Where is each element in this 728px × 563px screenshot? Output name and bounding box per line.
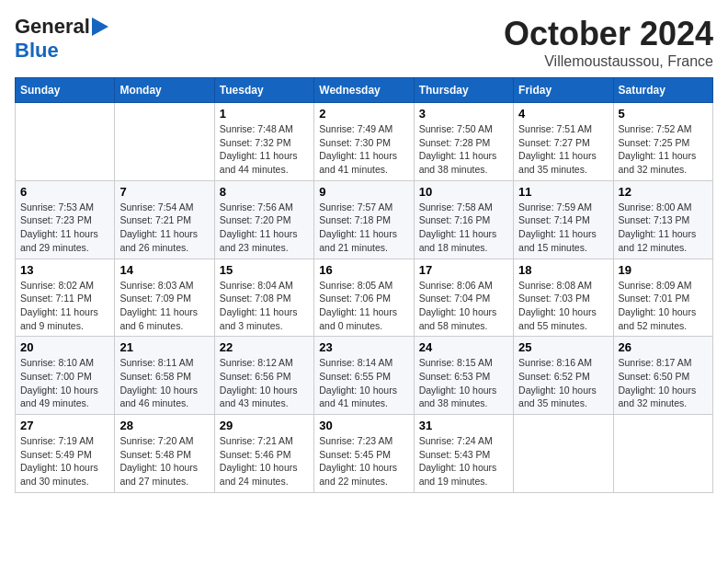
calendar-cell: 3Sunrise: 7:50 AM Sunset: 7:28 PM Daylig… bbox=[414, 103, 513, 181]
day-detail: Sunrise: 8:15 AM Sunset: 6:53 PM Dayligh… bbox=[419, 356, 508, 410]
day-number: 19 bbox=[619, 263, 708, 277]
calendar-cell: 26Sunrise: 8:17 AM Sunset: 6:50 PM Dayli… bbox=[613, 337, 712, 415]
day-detail: Sunrise: 7:50 AM Sunset: 7:28 PM Dayligh… bbox=[419, 122, 508, 177]
day-number: 28 bbox=[119, 419, 209, 432]
calendar-week-5: 27Sunrise: 7:19 AM Sunset: 5:49 PM Dayli… bbox=[16, 415, 713, 493]
calendar-cell: 28Sunrise: 7:20 AM Sunset: 5:48 PM Dayli… bbox=[115, 415, 214, 493]
day-number: 21 bbox=[119, 340, 209, 354]
calendar-cell: 24Sunrise: 8:15 AM Sunset: 6:53 PM Dayli… bbox=[414, 337, 513, 415]
day-number: 2 bbox=[319, 107, 408, 121]
calendar-cell: 23Sunrise: 8:14 AM Sunset: 6:55 PM Dayli… bbox=[314, 337, 414, 415]
logo-arrow-icon bbox=[92, 17, 108, 36]
weekday-header-wednesday: Wednesday bbox=[314, 78, 414, 103]
day-number: 29 bbox=[220, 419, 309, 432]
day-detail: Sunrise: 7:24 AM Sunset: 5:43 PM Dayligh… bbox=[419, 434, 508, 488]
day-detail: Sunrise: 7:19 AM Sunset: 5:49 PM Dayligh… bbox=[20, 434, 109, 488]
day-detail: Sunrise: 8:10 AM Sunset: 7:00 PM Dayligh… bbox=[20, 356, 109, 410]
calendar-cell: 9Sunrise: 7:57 AM Sunset: 7:18 PM Daylig… bbox=[314, 180, 414, 259]
calendar-cell: 1Sunrise: 7:48 AM Sunset: 7:32 PM Daylig… bbox=[214, 103, 313, 181]
day-number: 27 bbox=[20, 419, 109, 432]
calendar-cell: 25Sunrise: 8:16 AM Sunset: 6:52 PM Dayli… bbox=[514, 337, 613, 415]
calendar-cell: 19Sunrise: 8:09 AM Sunset: 7:01 PM Dayli… bbox=[613, 259, 712, 337]
calendar-table: SundayMondayTuesdayWednesdayThursdayFrid… bbox=[15, 77, 713, 493]
logo-blue: Blue bbox=[15, 39, 59, 62]
calendar-cell: 4Sunrise: 7:51 AM Sunset: 7:27 PM Daylig… bbox=[514, 103, 613, 181]
calendar-week-4: 20Sunrise: 8:10 AM Sunset: 7:00 PM Dayli… bbox=[16, 337, 713, 415]
calendar-week-3: 13Sunrise: 8:02 AM Sunset: 7:11 PM Dayli… bbox=[16, 259, 713, 337]
day-detail: Sunrise: 8:08 AM Sunset: 7:03 PM Dayligh… bbox=[518, 279, 608, 333]
logo: General Blue bbox=[15, 15, 108, 63]
day-number: 12 bbox=[619, 185, 708, 199]
calendar-cell: 31Sunrise: 7:24 AM Sunset: 5:43 PM Dayli… bbox=[414, 415, 513, 493]
calendar-cell bbox=[115, 103, 214, 181]
calendar-week-1: 1Sunrise: 7:48 AM Sunset: 7:32 PM Daylig… bbox=[16, 103, 713, 181]
calendar-cell bbox=[514, 415, 613, 493]
calendar-cell: 2Sunrise: 7:49 AM Sunset: 7:30 PM Daylig… bbox=[314, 103, 414, 181]
month-title: October 2024 bbox=[504, 15, 713, 53]
day-detail: Sunrise: 7:21 AM Sunset: 5:46 PM Dayligh… bbox=[220, 434, 309, 488]
calendar-cell: 18Sunrise: 8:08 AM Sunset: 7:03 PM Dayli… bbox=[514, 259, 613, 337]
calendar-cell: 30Sunrise: 7:23 AM Sunset: 5:45 PM Dayli… bbox=[314, 415, 414, 493]
day-detail: Sunrise: 7:58 AM Sunset: 7:16 PM Dayligh… bbox=[419, 201, 508, 255]
day-number: 8 bbox=[220, 185, 309, 199]
calendar-cell: 7Sunrise: 7:54 AM Sunset: 7:21 PM Daylig… bbox=[115, 180, 214, 259]
day-number: 25 bbox=[518, 340, 608, 354]
day-detail: Sunrise: 8:06 AM Sunset: 7:04 PM Dayligh… bbox=[419, 279, 508, 333]
day-detail: Sunrise: 8:05 AM Sunset: 7:06 PM Dayligh… bbox=[319, 279, 408, 333]
calendar-cell: 16Sunrise: 8:05 AM Sunset: 7:06 PM Dayli… bbox=[314, 259, 414, 337]
day-number: 3 bbox=[419, 107, 508, 121]
day-number: 5 bbox=[619, 107, 708, 121]
day-number: 23 bbox=[319, 340, 408, 354]
calendar-cell bbox=[613, 415, 712, 493]
calendar-cell: 12Sunrise: 8:00 AM Sunset: 7:13 PM Dayli… bbox=[613, 180, 712, 259]
weekday-header-thursday: Thursday bbox=[414, 78, 513, 103]
calendar-header: SundayMondayTuesdayWednesdayThursdayFrid… bbox=[16, 78, 713, 103]
day-detail: Sunrise: 7:53 AM Sunset: 7:23 PM Dayligh… bbox=[20, 201, 109, 255]
calendar-body: 1Sunrise: 7:48 AM Sunset: 7:32 PM Daylig… bbox=[16, 103, 713, 493]
day-number: 7 bbox=[119, 185, 209, 199]
day-detail: Sunrise: 8:00 AM Sunset: 7:13 PM Dayligh… bbox=[619, 201, 708, 255]
day-number: 16 bbox=[319, 263, 408, 277]
day-number: 11 bbox=[518, 185, 608, 199]
day-number: 30 bbox=[319, 419, 408, 432]
calendar-cell: 11Sunrise: 7:59 AM Sunset: 7:14 PM Dayli… bbox=[514, 180, 613, 259]
calendar-cell: 21Sunrise: 8:11 AM Sunset: 6:58 PM Dayli… bbox=[115, 337, 214, 415]
day-number: 24 bbox=[419, 340, 508, 354]
day-detail: Sunrise: 8:12 AM Sunset: 6:56 PM Dayligh… bbox=[220, 356, 309, 410]
day-detail: Sunrise: 7:20 AM Sunset: 5:48 PM Dayligh… bbox=[119, 434, 209, 488]
day-number: 31 bbox=[419, 419, 508, 432]
day-detail: Sunrise: 8:09 AM Sunset: 7:01 PM Dayligh… bbox=[619, 279, 708, 333]
day-detail: Sunrise: 8:04 AM Sunset: 7:08 PM Dayligh… bbox=[220, 279, 309, 333]
day-number: 14 bbox=[119, 263, 209, 277]
weekday-header-tuesday: Tuesday bbox=[214, 78, 313, 103]
day-number: 1 bbox=[220, 107, 309, 121]
day-number: 4 bbox=[518, 107, 608, 121]
calendar-cell: 15Sunrise: 8:04 AM Sunset: 7:08 PM Dayli… bbox=[214, 259, 313, 337]
title-area: October 2024 Villemoustaussou, France bbox=[504, 15, 713, 70]
day-detail: Sunrise: 7:23 AM Sunset: 5:45 PM Dayligh… bbox=[319, 434, 408, 488]
day-detail: Sunrise: 7:51 AM Sunset: 7:27 PM Dayligh… bbox=[518, 122, 608, 177]
day-number: 22 bbox=[220, 340, 309, 354]
calendar-cell: 10Sunrise: 7:58 AM Sunset: 7:16 PM Dayli… bbox=[414, 180, 513, 259]
day-detail: Sunrise: 8:02 AM Sunset: 7:11 PM Dayligh… bbox=[20, 279, 109, 333]
calendar-cell: 29Sunrise: 7:21 AM Sunset: 5:46 PM Dayli… bbox=[214, 415, 313, 493]
day-number: 18 bbox=[518, 263, 608, 277]
weekday-header-friday: Friday bbox=[514, 78, 613, 103]
day-detail: Sunrise: 7:54 AM Sunset: 7:21 PM Dayligh… bbox=[119, 201, 209, 255]
day-detail: Sunrise: 7:59 AM Sunset: 7:14 PM Dayligh… bbox=[518, 201, 608, 255]
calendar-cell bbox=[16, 103, 115, 181]
calendar-cell: 5Sunrise: 7:52 AM Sunset: 7:25 PM Daylig… bbox=[613, 103, 712, 181]
weekday-header-monday: Monday bbox=[115, 78, 214, 103]
day-number: 20 bbox=[20, 340, 109, 354]
day-detail: Sunrise: 8:03 AM Sunset: 7:09 PM Dayligh… bbox=[119, 279, 209, 333]
day-detail: Sunrise: 7:48 AM Sunset: 7:32 PM Dayligh… bbox=[220, 122, 309, 177]
calendar-cell: 8Sunrise: 7:56 AM Sunset: 7:20 PM Daylig… bbox=[214, 180, 313, 259]
day-number: 26 bbox=[619, 340, 708, 354]
location-label: Villemoustaussou, France bbox=[504, 53, 713, 70]
calendar-cell: 17Sunrise: 8:06 AM Sunset: 7:04 PM Dayli… bbox=[414, 259, 513, 337]
logo-general: General bbox=[15, 15, 90, 39]
day-number: 13 bbox=[20, 263, 109, 277]
calendar-cell: 22Sunrise: 8:12 AM Sunset: 6:56 PM Dayli… bbox=[214, 337, 313, 415]
day-detail: Sunrise: 8:16 AM Sunset: 6:52 PM Dayligh… bbox=[518, 356, 608, 410]
day-detail: Sunrise: 8:14 AM Sunset: 6:55 PM Dayligh… bbox=[319, 356, 408, 410]
